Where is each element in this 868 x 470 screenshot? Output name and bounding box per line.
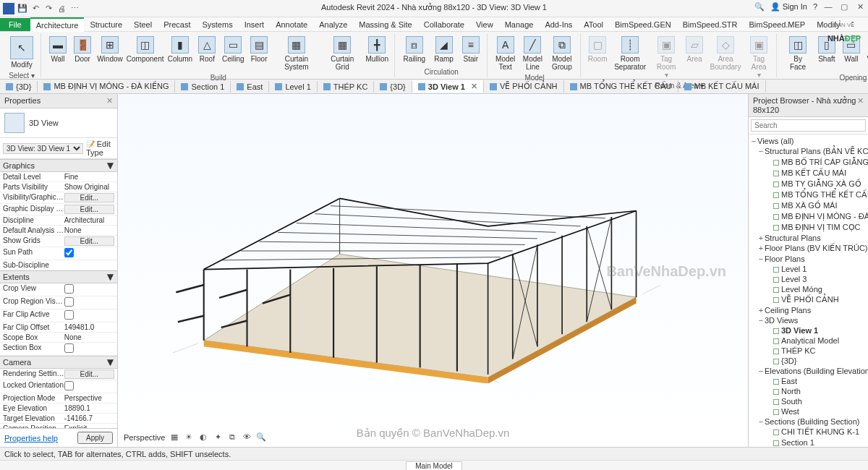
modify-button[interactable]: ↖Modify bbox=[7, 35, 36, 70]
view-tab[interactable]: THÉP KC bbox=[318, 81, 374, 93]
property-row[interactable]: Rendering SettingsEdit... bbox=[0, 369, 117, 380]
tree-node[interactable]: MB XÀ GỒ MÁI bbox=[749, 200, 868, 211]
tree-node[interactable]: North bbox=[749, 386, 868, 396]
ribbon-tab-massingsite[interactable]: Massing & Site bbox=[353, 18, 417, 31]
byface-button[interactable]: ◫By Face bbox=[783, 35, 813, 72]
tree-node[interactable]: −3D Views bbox=[749, 315, 868, 325]
projection-mode-label[interactable]: Perspective bbox=[124, 433, 165, 442]
qat-save-icon[interactable]: 💾 bbox=[17, 4, 27, 14]
tree-node[interactable]: 3D View 1 bbox=[749, 325, 868, 336]
tree-node[interactable]: South bbox=[749, 396, 868, 406]
close-icon[interactable]: ✕ bbox=[855, 1, 865, 12]
main-model-tab[interactable]: Main Model bbox=[406, 461, 462, 470]
wall-button[interactable]: ▬Wall bbox=[47, 35, 69, 64]
qat-undo-icon[interactable]: ↶ bbox=[30, 4, 41, 14]
qat-redo-icon[interactable]: ↷ bbox=[43, 4, 54, 14]
tree-node[interactable]: {3D} bbox=[749, 356, 868, 366]
curtain-grid-button[interactable]: ▦Curtain Grid bbox=[323, 35, 362, 72]
ceiling-button[interactable]: ▭Ceiling bbox=[221, 35, 245, 64]
tree-node[interactable]: West bbox=[749, 406, 868, 416]
model-text-button[interactable]: AModel Text bbox=[493, 35, 518, 72]
render-icon[interactable]: ✦ bbox=[213, 432, 223, 443]
property-row[interactable]: Parts VisibilityShow Original bbox=[0, 182, 117, 192]
area-button[interactable]: ▱Area bbox=[684, 35, 705, 64]
room-button[interactable]: ▢Room bbox=[587, 35, 608, 64]
tree-node[interactable]: THÉP KC bbox=[749, 346, 868, 356]
tree-node[interactable]: Level Móng bbox=[749, 284, 868, 294]
qat-more-icon[interactable]: ⋯ bbox=[69, 4, 80, 14]
property-row[interactable]: DisciplineArchitectural bbox=[0, 215, 117, 226]
ribbon-tab-addins[interactable]: Add-Ins bbox=[539, 18, 578, 31]
ribbon-tab-architecture[interactable]: Architecture bbox=[30, 17, 85, 32]
property-row[interactable]: Detail LevelFine bbox=[0, 172, 117, 182]
properties-close-icon[interactable]: ✕ bbox=[106, 96, 113, 106]
roof-button[interactable]: △Roof bbox=[196, 35, 218, 64]
ramp-button[interactable]: ◢Ramp bbox=[431, 35, 456, 64]
window-button[interactable]: ⊞Window bbox=[96, 35, 124, 64]
edit-type-button[interactable]: 📝 Edit Type bbox=[86, 140, 114, 157]
view-tab[interactable]: MB TỔNG THỂ KẾT CẤU bbox=[564, 80, 678, 93]
ribbon-tab-bimspeedstr[interactable]: BimSpeed.STR bbox=[677, 18, 744, 31]
view-tab[interactable]: Section 1 bbox=[175, 81, 231, 93]
ribbon-tab-bimspeedmep[interactable]: BimSpeed.MEP bbox=[744, 18, 812, 31]
help-icon[interactable]: ? bbox=[813, 2, 817, 11]
apply-button[interactable]: Apply bbox=[77, 432, 113, 444]
tree-node[interactable]: −Views (all) bbox=[749, 136, 868, 146]
property-row[interactable]: Graphic Display Op...Edit... bbox=[0, 204, 117, 215]
tag-area-button[interactable]: ▣Tag Area ▾ bbox=[746, 35, 772, 80]
tree-node[interactable]: −Elevations (Building Elevation) bbox=[749, 366, 868, 376]
ribbon-tab-collaborate[interactable]: Collaborate bbox=[418, 18, 470, 31]
view-canvas[interactable]: BanVeNhaDep.vn Bản quyền © BanVeNhaDep.v… bbox=[118, 94, 748, 447]
view-tab[interactable]: 3D View 1✕ bbox=[412, 80, 484, 93]
view-tab[interactable]: East bbox=[231, 81, 269, 93]
tree-node[interactable]: +Structural Plans bbox=[749, 233, 868, 243]
column-button[interactable]: ▮Column bbox=[166, 35, 193, 64]
property-row[interactable]: Locked Orientation bbox=[0, 380, 117, 393]
property-row[interactable]: Target Elevation-14166.7 bbox=[0, 414, 117, 424]
railing-button[interactable]: ⧈Railing bbox=[401, 35, 429, 64]
property-row[interactable]: Section Box bbox=[0, 343, 117, 356]
ribbon-tab-manage[interactable]: Manage bbox=[499, 18, 540, 31]
ribbon-tab-file[interactable]: File bbox=[0, 18, 30, 31]
property-row[interactable]: Default Analysis Dis...None bbox=[0, 226, 117, 236]
property-row[interactable]: Crop Region Visible bbox=[0, 296, 117, 309]
component-button[interactable]: ◫Component bbox=[127, 35, 163, 64]
area-boundary-button[interactable]: ◇Area Boundary bbox=[708, 35, 743, 72]
reveal-icon[interactable]: 🔍 bbox=[256, 432, 266, 443]
tree-node[interactable]: MB TY GIẰNG XÀ GỒ bbox=[749, 179, 868, 189]
tree-node[interactable]: +Floor Plans (BV KIẾN TRÚC) bbox=[749, 243, 868, 254]
ribbon-tab-bimspeedgen[interactable]: BimSpeed.GEN bbox=[609, 18, 677, 31]
property-row[interactable]: Scope BoxNone bbox=[0, 333, 117, 343]
tree-node[interactable]: Section 1 bbox=[749, 437, 868, 447]
property-row[interactable]: Show GridsEdit... bbox=[0, 236, 117, 247]
ribbon-tab-atool[interactable]: ATool bbox=[578, 18, 609, 31]
minimize-icon[interactable]: — bbox=[823, 1, 833, 12]
tree-node[interactable]: Analytical Model bbox=[749, 336, 868, 346]
tree-node[interactable]: East bbox=[749, 376, 868, 386]
door-button[interactable]: 🚪Door bbox=[72, 35, 93, 64]
ribbon-tab-precast[interactable]: Precast bbox=[158, 18, 196, 31]
tree-node[interactable]: MB BỐ TRÍ CÁP GIẰNG MÁI bbox=[749, 157, 868, 168]
curtain-system-button[interactable]: ▦Curtain System bbox=[273, 35, 320, 72]
ribbon-tab-structure[interactable]: Structure bbox=[84, 18, 128, 31]
property-group[interactable]: Camera⯆ bbox=[0, 356, 117, 369]
property-row[interactable]: Crop View bbox=[0, 283, 117, 296]
ribbon-tab-view[interactable]: View bbox=[470, 18, 499, 31]
tree-node[interactable]: −Floor Plans bbox=[749, 254, 868, 264]
model-line-button[interactable]: ╱Model Line bbox=[520, 35, 545, 72]
tree-node[interactable]: Level 3 bbox=[749, 274, 868, 284]
tree-node[interactable]: Level 1 bbox=[749, 264, 868, 274]
sun-path-icon[interactable]: ☀ bbox=[184, 432, 194, 443]
browser-search-input[interactable] bbox=[751, 119, 866, 132]
view-tab[interactable]: MB KẾT CẤU MÁI bbox=[678, 80, 766, 93]
ribbon-tab-insert[interactable]: Insert bbox=[239, 18, 271, 31]
tree-node[interactable]: MB ĐỊNH VỊ TIM CỌC bbox=[749, 222, 868, 233]
tree-node[interactable]: MB TỔNG THỂ KẾT CẤU bbox=[749, 189, 868, 200]
maximize-icon[interactable]: ▢ bbox=[839, 1, 849, 12]
tag-room-button[interactable]: ▣Tag Room ▾ bbox=[652, 35, 681, 80]
hide-icon[interactable]: 👁 bbox=[242, 432, 252, 443]
property-row[interactable]: Eye Elevation18890.1 bbox=[0, 403, 117, 414]
shadow-icon[interactable]: ◐ bbox=[198, 432, 208, 443]
floor-button[interactable]: ▤Floor bbox=[248, 35, 270, 64]
ribbon-tab-annotate[interactable]: Annotate bbox=[270, 18, 313, 31]
